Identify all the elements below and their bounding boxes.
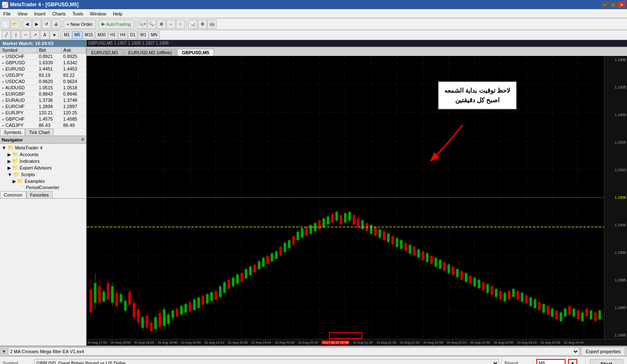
mw-symbol: ● EURUSD	[0, 66, 37, 72]
svg-rect-108	[253, 265, 256, 273]
maximize-button[interactable]: □	[609, 1, 617, 8]
forward-button[interactable]: ▶	[32, 20, 41, 29]
nav-tab-favorites[interactable]: Favorites	[26, 191, 53, 198]
expert-button[interactable]: 🤖	[207, 20, 217, 29]
nav-item-scripts[interactable]: ▼ 📁 Scripts	[1, 171, 85, 178]
menu-item-file[interactable]: File	[0, 10, 14, 17]
menu-item-charts[interactable]: Charts	[49, 10, 69, 17]
menu-item-help[interactable]: Help	[110, 10, 126, 17]
nav-item-expert-advisors[interactable]: ▶ 📁 Expert Advisors	[1, 164, 85, 171]
zoom-in-button[interactable]: 🔍+	[137, 20, 147, 29]
refresh-button[interactable]: ↺	[42, 20, 51, 29]
svg-rect-120	[279, 247, 282, 255]
menu-item-window[interactable]: Window	[87, 10, 110, 17]
nav-ea-expand: ▶	[8, 165, 11, 171]
autoscroll-button[interactable]: ↕	[176, 20, 185, 29]
tf-d1[interactable]: D1	[128, 31, 138, 39]
tf-h4[interactable]: H4	[118, 31, 128, 39]
chart-tab-eurusd-m1[interactable]: EURUSD,M1	[87, 49, 123, 56]
mw-tab-tick-chart[interactable]: Tick Chart	[25, 129, 54, 136]
text-tool[interactable]: A	[40, 30, 49, 40]
indicator-button[interactable]: 📊	[188, 20, 197, 29]
svg-rect-190	[430, 256, 433, 264]
zoom-out-button[interactable]: 🔍-	[147, 20, 156, 29]
mw-bid: 1.0515	[37, 85, 61, 91]
line-tool[interactable]: ╱	[2, 30, 11, 40]
nav-item-accounts[interactable]: ▶ 📁 Accounts	[1, 151, 85, 158]
mw-ask: 83.22	[61, 72, 86, 78]
chart-tab-gbpusd-m5[interactable]: GBPUSD,M5	[177, 49, 214, 56]
close-button[interactable]: ✕	[618, 1, 625, 8]
price-level-2: 1.1925	[605, 85, 626, 89]
svg-rect-132	[305, 227, 308, 235]
chart-canvas[interactable]: لاحظ توقيت بداية الشمعه اصبح كل دقيقتين	[87, 56, 604, 339]
ea-dropdown[interactable]: 2 MA Crosses Mega filter EA V1.ex4	[8, 347, 579, 356]
chart-header: GBPUSD,M5 1.1907 1.1908 1.1907 1.1908	[87, 40, 627, 47]
mw-tab-symbols[interactable]: Symbols	[0, 129, 25, 136]
new-chart-button[interactable]: 📄	[1, 20, 10, 29]
nav-item-indicators[interactable]: ▶ 📁 Indicators	[1, 158, 85, 164]
start-button[interactable]: Start	[590, 359, 623, 364]
autotrading-button[interactable]: ▶ AutoTrading	[99, 20, 134, 29]
chart-tab-eurusd-m2[interactable]: EURUSD,M2 (offline)	[124, 49, 176, 56]
svg-rect-224	[504, 293, 506, 301]
menu-item-view[interactable]: View	[14, 10, 31, 17]
tf-m15[interactable]: M15	[83, 31, 95, 39]
market-watch-row[interactable]: ● USDCAD0.96200.9624	[0, 78, 86, 85]
new-order-button[interactable]: + New Order	[64, 20, 96, 29]
symbol-dropdown[interactable]: GBPUSD, Great Britain Pound vs US Dollar	[34, 359, 499, 364]
mw-symbol: ● USDJPY	[0, 72, 37, 78]
arrow-tool[interactable]: ➤	[50, 30, 59, 40]
menu-item-tools[interactable]: Tools	[69, 10, 87, 17]
nav-item-metatrader4[interactable]: ▼ 📁 MetaTrader 4	[1, 144, 85, 151]
market-watch-row[interactable]: ● EURAUD1.37361.3748	[0, 97, 86, 104]
print-button[interactable]: 🖨	[51, 20, 61, 29]
svg-rect-74	[180, 306, 183, 314]
mw-symbol: ● GBPUSD	[0, 60, 37, 66]
expert-properties-button[interactable]: Expert properties	[581, 347, 625, 356]
tf-m5[interactable]: M5	[72, 31, 82, 39]
market-watch-row[interactable]: ● USDCHF0.89210.8925	[0, 53, 86, 60]
market-watch-row[interactable]: ● EURJPY120.21120.25	[0, 110, 86, 116]
settings-button[interactable]: ⚙	[198, 20, 207, 29]
open-button[interactable]: 📂	[10, 20, 20, 29]
tf-h1[interactable]: H1	[108, 31, 118, 39]
vline-tool[interactable]: |	[11, 30, 20, 40]
tf-mn[interactable]: MN	[149, 31, 160, 39]
market-watch-row[interactable]: ● GBPUSD1.63391.6342	[0, 60, 86, 66]
trendline-tool[interactable]: ↗	[31, 30, 40, 40]
chart-shift-button[interactable]: ↔	[166, 20, 176, 29]
svg-rect-56	[141, 317, 144, 328]
market-watch-row[interactable]: ● EURUSD1.44511.4453	[0, 66, 86, 72]
annotation-box: لاحظ توقيت بداية الشمعه اصبح كل دقيقتين	[438, 81, 517, 110]
nav-item-period-converter[interactable]: 📄 PeriodConverter	[1, 185, 85, 190]
nav-tab-common[interactable]: Common	[0, 191, 26, 198]
tf-w1[interactable]: W1	[138, 31, 148, 39]
menu-item-insert[interactable]: Insert	[31, 10, 49, 17]
price-scale: 1.1930 1.1925 1.1920 1.1915 1.1910 1.190…	[604, 56, 627, 339]
price-level-4: 1.1915	[605, 140, 626, 144]
price-level-8: 1.1900	[605, 250, 626, 255]
nav-scripts-label: Scripts	[21, 172, 35, 177]
market-watch-row[interactable]: ● USDJPY83.1983.22	[0, 72, 86, 78]
market-watch-row[interactable]: ● GBPCHF1.45751.4585	[0, 116, 86, 122]
nav-examples-label: Examples	[25, 179, 45, 184]
market-watch-row[interactable]: ● EURGBP0.88430.8846	[0, 91, 86, 97]
period-dropdown-btn[interactable]: ▼	[568, 359, 577, 364]
tf-m30[interactable]: M30	[95, 31, 107, 39]
market-watch-row[interactable]: ● EURCHF1.28941.2897	[0, 104, 86, 110]
grid-button[interactable]: ⊞	[157, 20, 166, 29]
nav-item-examples[interactable]: ▶ 📁 Examples	[1, 178, 85, 185]
svg-rect-226	[508, 291, 510, 299]
svg-rect-268	[599, 311, 601, 319]
back-button[interactable]: ◀	[23, 20, 32, 29]
svg-rect-168	[383, 232, 385, 240]
period-input[interactable]	[536, 359, 566, 364]
navigator-header: Navigator ✕	[0, 136, 86, 144]
market-watch-row[interactable]: ● CADJPY86.4386.49	[0, 122, 86, 129]
market-watch-row[interactable]: ● AUDUSD1.05151.0518	[0, 85, 86, 91]
minimize-button[interactable]: ─	[601, 1, 609, 8]
navigator-close-button[interactable]: ✕	[81, 137, 84, 142]
hline-tool[interactable]: ─	[21, 30, 30, 40]
tf-m1[interactable]: M1	[62, 31, 72, 39]
